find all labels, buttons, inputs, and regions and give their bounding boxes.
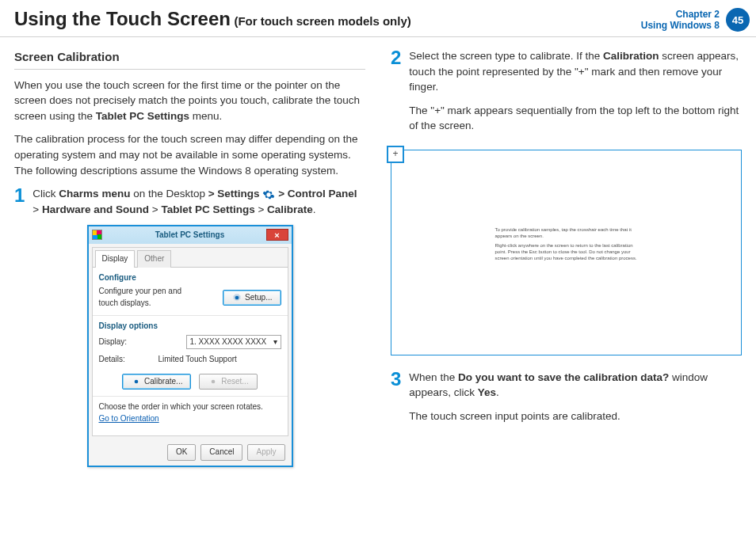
tablet-pc-settings-dialog: Tablet PC Settings × Display Other Confi… [87,225,293,467]
title-block: Using the Touch Screen (For touch screen… [14,8,411,30]
dialog-titlebar: Tablet PC Settings × [89,226,292,244]
orientation-link[interactable]: Go to Orientation [99,414,159,423]
page-number-badge: 45 [726,8,750,32]
step-number: 3 [391,370,401,432]
step3-para2: The touch screen input points are calibr… [409,409,742,424]
gear-icon [262,188,275,201]
gear-icon [208,376,219,387]
group-configure: Configure Configure your pen and touch d… [93,268,288,317]
step-number: 1 [14,186,25,217]
step-body: Click Charms menu on the Desktop > Setti… [32,186,365,217]
chapter-line2: Using Windows 8 [641,20,720,31]
step-number: 2 [391,48,401,142]
details-row: Details: Limited Touch Support [99,354,281,366]
configure-text: Configure your pen and touch displays. [99,286,202,309]
close-button[interactable]: × [266,229,288,241]
para-1: When you use the touch screen for the fi… [14,78,365,124]
svg-point-1 [135,380,139,384]
chapter-line1: Chapter 2 [641,9,720,20]
bold: Control Panel [288,188,357,200]
text: . [496,386,499,398]
page-subtitle: (For touch screen models only) [234,14,410,28]
group-title: Display options [99,321,281,333]
label: Calibrate... [144,377,182,386]
step2-para2: The "+" mark appears sequentially from t… [409,103,742,134]
group-display-options: Display options Display: 1. XXXX XXXX XX… [93,316,288,397]
dialog-footer: OK Cancel Apply [89,439,292,466]
bold: Calibration [603,50,659,62]
section-heading: Screen Calibration [14,48,365,70]
apply-button[interactable]: Apply [247,444,284,461]
tab-strip: Display Other [93,248,288,268]
text: > [149,203,161,215]
calibrate-button[interactable]: Calibrate... [122,374,191,390]
text: . [313,203,316,215]
details-value: Limited Touch Support [158,354,237,366]
left-column: Screen Calibration When you use the touc… [14,48,365,467]
text: > [32,203,42,215]
gear-icon [231,292,242,303]
reset-button[interactable]: Reset... [199,374,257,390]
label: Setup... [245,293,272,302]
step-1: 1 Click Charms menu on the Desktop > Set… [14,186,365,217]
tab-other[interactable]: Other [137,250,171,268]
bold: Calibrate [267,203,313,215]
content-columns: Screen Calibration When you use the touc… [0,37,756,475]
display-label: Display: [99,336,143,348]
app-icon [92,230,102,240]
configure-row: Configure your pen and touch displays. S… [99,286,281,309]
text: on the Desktop [130,188,208,200]
dialog-title: Tablet PC Settings [155,230,225,241]
rotate-text: Choose the order in which your screen ro… [99,401,281,413]
para-2: The calibration process for the touch sc… [14,131,365,178]
page-header: Using the Touch Screen (For touch screen… [0,0,756,37]
chevron-down-icon: ▾ [273,336,277,348]
step2-para1: Select the screen type to calibrate. If … [409,48,742,95]
step-body: Select the screen type to calibrate. If … [409,48,742,142]
text: When the [409,371,458,383]
calibrate-row: Calibrate... Reset... [99,374,281,390]
bold: Do you want to save the calibration data… [458,371,669,383]
cancel-button[interactable]: Cancel [200,444,242,461]
label: Reset... [221,377,248,386]
bold: Hardware and Sound [42,203,149,215]
group-rotation: Choose the order in which your screen ro… [93,397,288,431]
select-value: 1. XXXX XXXX XXXX [190,336,267,348]
bold: > [208,188,218,200]
bold: Tablet PC Settings [96,110,189,122]
text: menu. [189,110,222,122]
display-row: Display: 1. XXXX XXXX XXXX ▾ [99,335,281,350]
details-label: Details: [99,354,143,366]
calibration-crosshair: + [387,146,404,163]
header-right: Chapter 2 Using Windows 8 45 [641,8,750,32]
bold: > [278,188,288,200]
dialog-body: Display Other Configure Configure your p… [92,247,288,436]
right-column: 2 Select the screen type to calibrate. I… [391,48,742,467]
text: To provide calibration samples, tap the … [495,227,638,240]
text: > [255,203,267,215]
tab-display[interactable]: Display [95,250,136,268]
calibration-screenshot: + To provide calibration samples, tap th… [391,150,742,355]
gear-icon [131,376,142,387]
text: Click [32,188,59,200]
bold: Yes [478,386,496,398]
text: Right-click anywhere on the screen to re… [495,243,638,261]
svg-point-2 [212,380,216,384]
plus-icon: + [392,147,398,161]
ok-button[interactable]: OK [167,444,196,461]
step-3: 3 When the Do you want to save the calib… [391,370,742,432]
bold: Settings [217,188,259,200]
display-select[interactable]: 1. XXXX XXXX XXXX ▾ [186,335,281,350]
calibration-instructions: To provide calibration samples, tap the … [495,227,638,261]
page-title: Using the Touch Screen [14,8,231,29]
text: Select the screen type to calibrate. If … [409,50,603,62]
bold: Charms menu [59,188,130,200]
step-2: 2 Select the screen type to calibrate. I… [391,48,742,142]
chapter-label: Chapter 2 Using Windows 8 [641,9,720,32]
setup-button[interactable]: Setup... [223,290,281,306]
bold: Tablet PC Settings [161,203,254,215]
step-body: When the Do you want to save the calibra… [409,370,742,432]
step3-para1: When the Do you want to save the calibra… [409,370,742,401]
group-title: Configure [99,272,281,284]
